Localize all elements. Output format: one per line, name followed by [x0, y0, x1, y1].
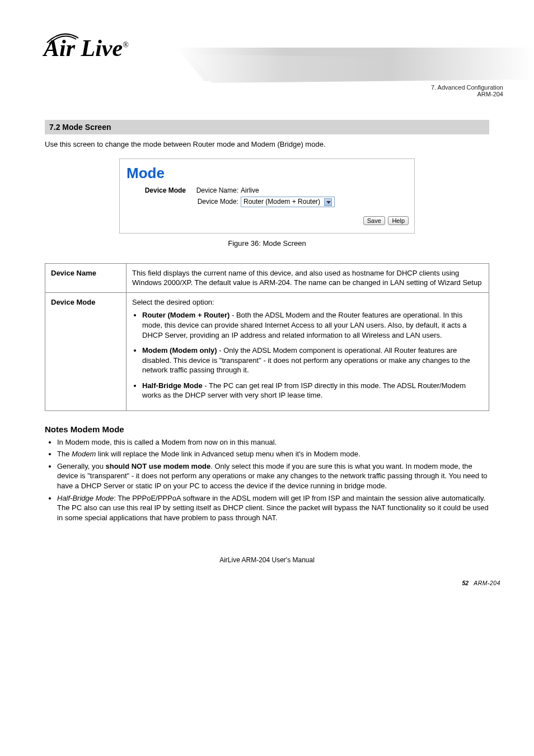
- device-mode-selected: Router (Modem + Router): [243, 198, 320, 206]
- device-name-value: Airlive: [241, 186, 409, 194]
- page-number: 52: [462, 580, 469, 586]
- device-mode-select[interactable]: Router (Modem + Router): [241, 197, 335, 207]
- chapter-line1: 7. Advanced Configuration: [431, 84, 503, 91]
- list-item: Generally, you should NOT use modem mode…: [57, 461, 489, 491]
- notes-heading: Notes Modem Mode: [45, 424, 489, 434]
- device-mode-group-label: Device Mode: [127, 186, 190, 194]
- help-button[interactable]: Help: [388, 216, 409, 225]
- table-cell-label: Device Name: [45, 263, 127, 292]
- save-button[interactable]: Save: [363, 216, 385, 225]
- notes-list: In Modem mode, this is called a Modem fr…: [57, 437, 489, 522]
- list-item: Modem (Modem only) - Only the ADSL Modem…: [142, 346, 483, 375]
- mode-panel-title: Mode: [127, 165, 409, 182]
- brand-logo: Air Live®: [44, 35, 129, 62]
- chapter-line2: ARM-204: [431, 91, 503, 97]
- data-mode-table: Device Name This field displays the curr…: [45, 263, 489, 411]
- list-item: The Modem link will replace the Mode lin…: [57, 449, 489, 459]
- table-cell-text: This field displays the current name of …: [127, 263, 489, 292]
- mode-panel: Mode Device Mode Device Name: Airlive De…: [119, 158, 415, 234]
- option-title: Router (Modem + Router): [142, 311, 229, 319]
- device-name-label: Device Name:: [190, 186, 241, 194]
- footer-text: AirLive ARM-204 User's Manual: [45, 556, 489, 564]
- section-intro: Use this screen to change the mode betwe…: [45, 140, 489, 148]
- section-title-bar: 7.2 Mode Screen: [45, 120, 489, 134]
- page-number-block: 52 ARM-204: [0, 580, 500, 586]
- list-item: Half-Bridge Mode - The PC can get real I…: [142, 381, 483, 400]
- list-item: Half-Bridge Mode: The PPPoE/PPPoA softwa…: [57, 493, 489, 523]
- table-cell-label: Device Mode: [45, 292, 127, 410]
- footer-model: ARM-204: [474, 580, 500, 586]
- logo-text: Air Live: [44, 35, 123, 61]
- option-title: Half-Bridge Mode: [142, 381, 203, 390]
- list-item: Router (Modem + Router) - Both the ADSL …: [142, 310, 483, 340]
- logo-registered: ®: [123, 41, 129, 49]
- list-item: In Modem mode, this is called a Modem fr…: [57, 437, 489, 447]
- chapter-label: 7. Advanced Configuration ARM-204: [431, 84, 503, 97]
- table-r2-intro: Select the desired option:: [132, 298, 214, 306]
- figure-caption: Figure 36: Mode Screen: [45, 239, 489, 248]
- device-mode-label: Device Mode:: [190, 198, 241, 206]
- chevron-down-icon: [324, 198, 332, 206]
- option-title: Modem (Modem only): [142, 346, 217, 354]
- table-cell-text: Select the desired option: Router (Modem…: [127, 292, 489, 410]
